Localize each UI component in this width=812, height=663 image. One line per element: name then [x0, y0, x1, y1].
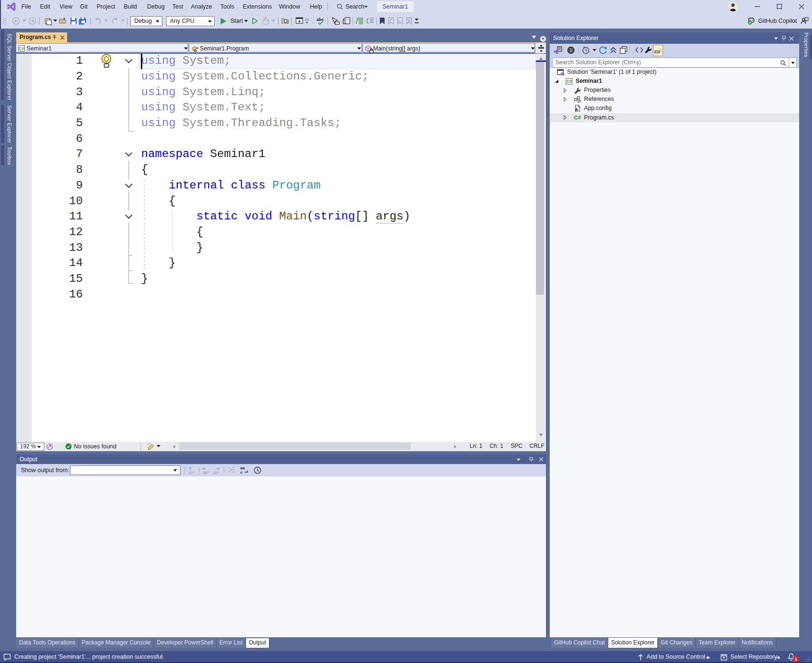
svg-text:abc: abc [317, 17, 324, 22]
svg-text:c: c [240, 470, 243, 474]
svg-text:C#: C# [566, 79, 572, 84]
svg-text:ab: ab [240, 466, 245, 470]
svg-text:C#: C# [19, 46, 24, 51]
